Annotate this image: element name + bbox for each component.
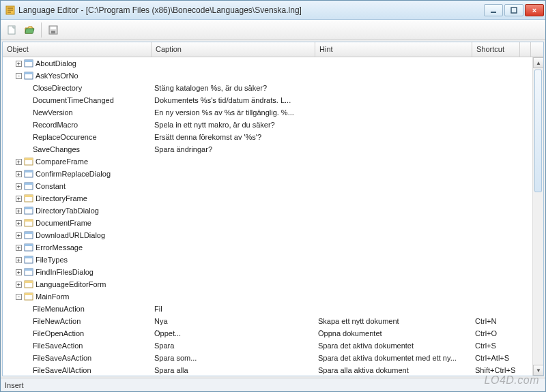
expand-toggle[interactable]: - bbox=[16, 73, 22, 79]
tree-row[interactable]: +DownloadURLDialog bbox=[3, 229, 532, 241]
status-bar: Insert bbox=[1, 378, 545, 391]
object-label: FileSaveAllAction bbox=[33, 366, 91, 374]
tree-row[interactable]: DocumentTimeChangedDokumentets %s's tid/… bbox=[3, 94, 532, 106]
object-label: FileSaveAsAction bbox=[33, 354, 91, 362]
tree-row[interactable]: RecordMacroSpela in ett nytt makro, är d… bbox=[3, 119, 532, 131]
hint-cell: Spara alla aktiva dokument bbox=[315, 366, 472, 374]
column-header-shortcut[interactable]: Shortcut bbox=[472, 42, 520, 57]
svg-rect-5 bbox=[51, 27, 56, 29]
expand-toggle[interactable]: + bbox=[16, 61, 22, 67]
expand-toggle[interactable]: + bbox=[16, 257, 22, 263]
caption-cell[interactable]: Spela in ett nytt makro, är du säker? bbox=[152, 121, 315, 129]
dialog-icon bbox=[24, 255, 33, 265]
column-header-object[interactable]: Object bbox=[3, 42, 152, 57]
expand-toggle[interactable]: + bbox=[16, 183, 22, 190]
form-icon bbox=[24, 280, 33, 289]
svg-rect-26 bbox=[25, 244, 33, 246]
tree-row[interactable]: FileNewActionNyaSkapa ett nytt dokumentC… bbox=[3, 315, 532, 327]
object-label: ErrorMessage bbox=[35, 243, 83, 252]
vertical-scrollbar[interactable]: ▲ ▼ bbox=[532, 57, 543, 376]
tree-row[interactable]: ReplaceOccurenceErsätt denna förekomst a… bbox=[3, 131, 532, 143]
tree-row[interactable]: FileOpenActionÖppet...Öppna dokumentetCt… bbox=[3, 327, 532, 340]
caption-cell[interactable]: Spara som... bbox=[152, 354, 315, 362]
expand-toggle[interactable]: + bbox=[16, 159, 22, 165]
window-title: Language Editor - [C:\Program Files (x86… bbox=[18, 5, 484, 15]
open-button[interactable] bbox=[21, 22, 38, 38]
shortcut-cell: Ctrl+Atl+S bbox=[472, 354, 520, 362]
tree-row[interactable]: FileMenuActionFil bbox=[3, 303, 532, 315]
tree-row[interactable]: FileSaveAllActionSpara allaSpara alla ak… bbox=[3, 364, 532, 376]
dialog-icon bbox=[24, 181, 33, 191]
column-header-caption[interactable]: Caption bbox=[152, 42, 315, 57]
expand-toggle[interactable]: + bbox=[16, 208, 22, 214]
expand-toggle[interactable]: + bbox=[16, 245, 22, 251]
folder-open-icon bbox=[24, 25, 35, 35]
object-label: ReplaceOccurence bbox=[33, 133, 97, 141]
save-button[interactable] bbox=[45, 22, 61, 38]
svg-rect-3 bbox=[8, 26, 15, 34]
tree-row[interactable]: +DocumentFrame bbox=[3, 217, 532, 229]
tree-row[interactable]: +FindInFilesDialog bbox=[3, 266, 532, 278]
expand-toggle[interactable]: + bbox=[16, 220, 22, 226]
shortcut-cell: Ctrl+N bbox=[472, 317, 520, 325]
caption-cell[interactable]: En ny version %s av %s är tillgänglig. %… bbox=[152, 108, 315, 117]
dialog-icon bbox=[24, 230, 33, 240]
tree-row[interactable]: +DirectoryFrame bbox=[3, 192, 532, 205]
object-label: ConfirmReplaceDialog bbox=[35, 170, 111, 178]
scroll-down-button[interactable]: ▼ bbox=[533, 365, 543, 376]
tree-row[interactable]: SaveChangesSpara ändringar? bbox=[3, 143, 532, 155]
svg-rect-2 bbox=[511, 7, 517, 13]
tree-row[interactable]: FileSaveActionSparaSpara det aktiva doku… bbox=[3, 340, 532, 352]
object-label: RecordMacro bbox=[33, 121, 78, 129]
expand-toggle[interactable]: + bbox=[16, 232, 22, 239]
expand-toggle[interactable]: - bbox=[16, 294, 22, 300]
new-button[interactable] bbox=[3, 22, 20, 38]
form-icon bbox=[24, 292, 33, 301]
object-label: DocumentFrame bbox=[35, 219, 91, 227]
tree-row[interactable]: +Constant bbox=[3, 180, 532, 192]
tree-grid[interactable]: +AboutDialog-AskYesOrNoCloseDirectoryStä… bbox=[3, 57, 532, 376]
tree-row[interactable]: FileSaveAsActionSpara som...Spara det ak… bbox=[3, 352, 532, 364]
minimize-button[interactable] bbox=[484, 4, 503, 16]
tree-row[interactable]: -MainForm bbox=[3, 290, 532, 303]
object-label: CloseDirectory bbox=[33, 84, 82, 92]
caption-cell[interactable]: Dokumentets %s's tid/datum ändrats. L... bbox=[152, 96, 315, 104]
tree-row[interactable]: +LanguageEditorForm bbox=[3, 278, 532, 290]
tree-row[interactable]: CloseDirectoryStäng katalogen %s, är du … bbox=[3, 82, 532, 94]
form-icon bbox=[24, 194, 33, 203]
tree-row[interactable]: +AboutDialog bbox=[3, 57, 532, 70]
object-label: AboutDialog bbox=[35, 59, 76, 67]
tree-row[interactable]: +FileTypes bbox=[3, 254, 532, 266]
caption-cell[interactable]: Nya bbox=[152, 317, 315, 325]
tree-row[interactable]: -AskYesOrNo bbox=[3, 70, 532, 82]
column-header-hint[interactable]: Hint bbox=[315, 42, 472, 57]
tree-row[interactable]: +ErrorMessage bbox=[3, 241, 532, 254]
caption-cell[interactable]: Fil bbox=[152, 305, 315, 313]
scroll-up-button[interactable]: ▲ bbox=[533, 57, 543, 68]
expand-toggle[interactable]: + bbox=[16, 171, 22, 177]
caption-cell[interactable]: Spara bbox=[152, 342, 315, 350]
object-label: DirectoryTabDialog bbox=[35, 207, 99, 215]
caption-cell[interactable]: Spara alla bbox=[152, 366, 315, 374]
tree-row[interactable]: +CompareFrame bbox=[3, 155, 532, 168]
caption-cell[interactable]: Stäng katalogen %s, är du säker? bbox=[152, 84, 315, 92]
app-icon bbox=[5, 5, 16, 16]
object-label: DownloadURLDialog bbox=[35, 231, 105, 239]
dialog-icon bbox=[24, 71, 33, 80]
dialog-icon bbox=[24, 206, 33, 215]
caption-cell[interactable]: Ersätt denna förekomst av '%s'? bbox=[152, 133, 315, 141]
tree-row[interactable]: NewVersionEn ny version %s av %s är till… bbox=[3, 106, 532, 119]
caption-cell[interactable]: Spara ändringar? bbox=[152, 145, 315, 153]
tree-row[interactable]: +DirectoryTabDialog bbox=[3, 205, 532, 217]
svg-rect-14 bbox=[25, 170, 33, 172]
expand-toggle[interactable]: + bbox=[16, 196, 22, 202]
expand-toggle[interactable]: + bbox=[16, 282, 22, 288]
caption-cell[interactable]: Öppet... bbox=[152, 329, 315, 337]
tree-row[interactable]: +ConfirmReplaceDialog bbox=[3, 168, 532, 180]
expand-toggle[interactable]: + bbox=[16, 269, 22, 275]
scroll-thumb[interactable] bbox=[534, 70, 542, 192]
maximize-button[interactable] bbox=[504, 4, 523, 16]
close-button[interactable]: × bbox=[525, 4, 544, 16]
svg-rect-22 bbox=[25, 220, 33, 222]
form-icon bbox=[24, 218, 33, 228]
